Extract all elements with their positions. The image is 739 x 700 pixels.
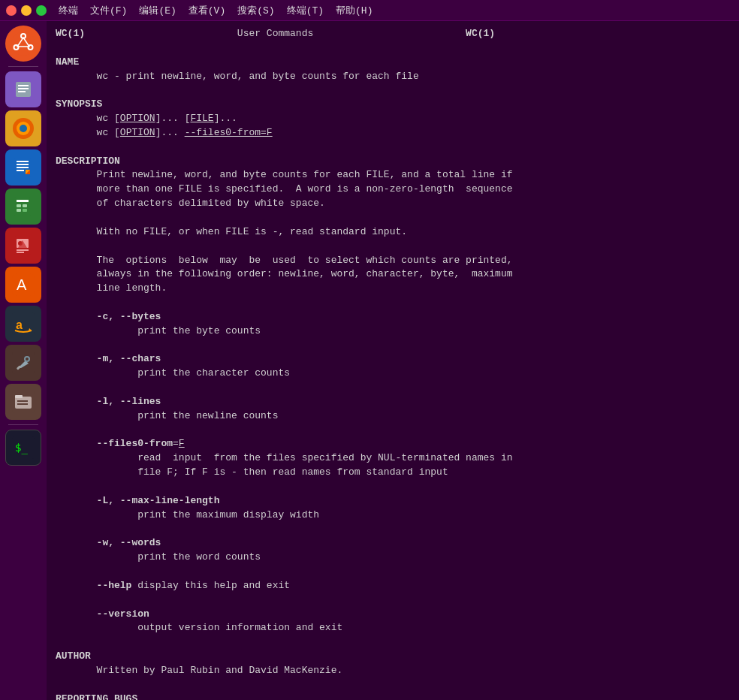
sidebar: A a [0, 21, 47, 700]
menu-help[interactable]: 帮助(H) [336, 4, 373, 17]
sidebar-icon-ubuntu[interactable] [5, 26, 41, 62]
window-controls [6, 5, 47, 16]
menu-terminal2[interactable]: 终端(T) [287, 4, 324, 17]
svg-rect-15 [17, 161, 29, 162]
sidebar-icon-files2[interactable] [5, 384, 41, 420]
menu-file[interactable]: 文件(F) [90, 4, 127, 17]
svg-point-13 [20, 125, 27, 132]
svg-rect-22 [17, 204, 21, 207]
terminal-content[interactable]: WC(1) User Commands WC(1) NAME wc - prin… [47, 21, 739, 700]
main-layout: A a [0, 21, 739, 700]
maximize-button[interactable] [36, 5, 47, 16]
menu-view[interactable]: 查看(V) [189, 4, 225, 17]
titlebar: 终端 文件(F) 编辑(E) 查看(V) 搜索(S) 终端(T) 帮助(H) [0, 0, 739, 21]
svg-rect-23 [23, 204, 27, 207]
svg-rect-8 [18, 85, 29, 86]
svg-point-38 [26, 358, 29, 361]
svg-text:$_: $_ [15, 442, 28, 454]
svg-text:a: a [16, 318, 23, 331]
svg-rect-17 [17, 167, 29, 168]
sidebar-icon-firefox[interactable] [5, 110, 41, 146]
menu-bar: 终端 文件(F) 编辑(E) 查看(V) 搜索(S) 终端(T) 帮助(H) [59, 4, 373, 17]
svg-rect-21 [17, 200, 29, 202]
svg-rect-42 [15, 395, 23, 398]
svg-rect-44 [17, 403, 28, 405]
svg-rect-25 [23, 209, 27, 212]
minimize-button[interactable] [21, 5, 32, 16]
svg-rect-24 [17, 209, 21, 212]
sidebar-icon-calc[interactable] [5, 189, 41, 225]
svg-rect-31 [17, 252, 24, 253]
svg-rect-43 [17, 400, 28, 402]
menu-edit[interactable]: 编辑(E) [139, 4, 176, 17]
svg-rect-10 [18, 91, 26, 92]
svg-rect-16 [17, 164, 29, 165]
svg-rect-9 [18, 88, 29, 89]
menu-terminal[interactable]: 终端 [59, 4, 78, 17]
sidebar-icon-tools[interactable] [5, 345, 41, 381]
svg-text:A: A [17, 276, 27, 293]
sidebar-icon-impress[interactable] [5, 228, 41, 264]
sidebar-divider-1 [8, 66, 38, 67]
menu-search[interactable]: 搜索(S) [237, 4, 274, 17]
close-button[interactable] [6, 5, 17, 16]
sidebar-icon-appstore[interactable]: A [5, 267, 41, 303]
svg-rect-30 [17, 249, 29, 251]
svg-rect-18 [17, 170, 24, 171]
sidebar-icon-amazon[interactable]: a [5, 306, 41, 342]
svg-rect-41 [15, 397, 32, 409]
sidebar-icon-writer[interactable] [5, 149, 41, 186]
sidebar-icon-terminal[interactable]: $_ [5, 430, 41, 466]
sidebar-divider-2 [8, 424, 38, 425]
terminal-text: WC(1) User Commands WC(1) NAME wc - prin… [56, 27, 730, 700]
sidebar-icon-files[interactable] [5, 71, 41, 107]
